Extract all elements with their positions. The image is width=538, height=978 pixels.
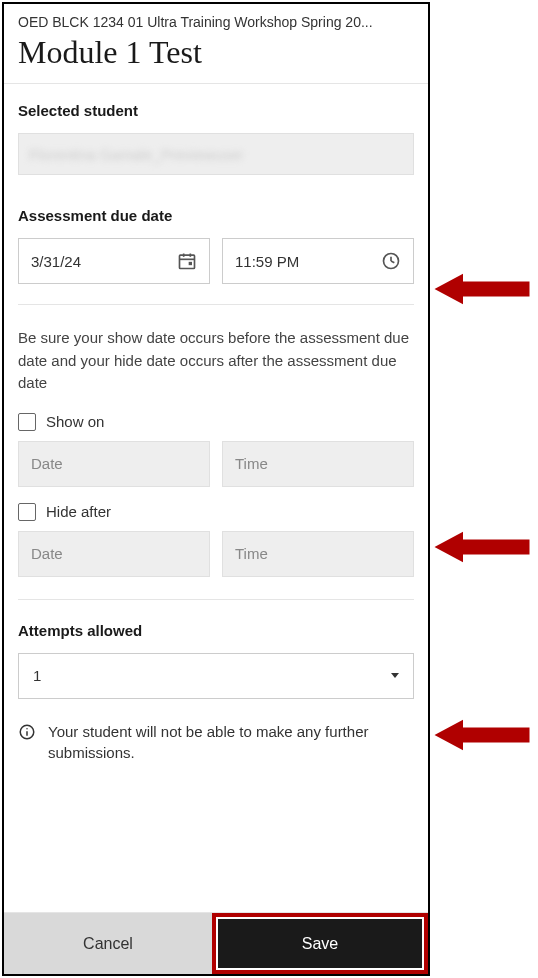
svg-point-10 xyxy=(26,727,28,729)
show-on-time-input[interactable]: Time xyxy=(222,441,414,487)
show-on-time-placeholder: Time xyxy=(235,455,268,472)
due-date-label: Assessment due date xyxy=(18,207,414,224)
save-button-highlight: Save xyxy=(212,913,428,974)
show-on-date-placeholder: Date xyxy=(31,455,63,472)
due-time-input[interactable]: 11:59 PM xyxy=(222,238,414,284)
page-title: Module 1 Test xyxy=(18,34,414,71)
hide-after-row: Hide after xyxy=(18,503,414,521)
divider xyxy=(18,304,414,305)
hide-after-checkbox[interactable] xyxy=(18,503,36,521)
hide-after-inputs: Date Time xyxy=(18,531,414,577)
svg-marker-11 xyxy=(435,274,530,304)
hide-after-date-input[interactable]: Date xyxy=(18,531,210,577)
hide-after-time-input[interactable]: Time xyxy=(222,531,414,577)
panel-body: Selected student Florentina Gamale_Previ… xyxy=(4,84,428,912)
panel-header: OED BLCK 1234 01 Ultra Training Workshop… xyxy=(4,4,428,84)
info-icon xyxy=(18,723,36,741)
due-time-value: 11:59 PM xyxy=(235,253,299,270)
selected-student-display: Florentina Gamale_Previewuser xyxy=(18,133,414,175)
show-on-checkbox[interactable] xyxy=(18,413,36,431)
svg-rect-4 xyxy=(189,262,192,265)
visibility-hint: Be sure your show date occurs before the… xyxy=(18,327,414,395)
hide-after-label: Hide after xyxy=(46,503,111,520)
attempts-select[interactable]: 1 xyxy=(18,653,414,699)
student-name: Florentina Gamale_Previewuser xyxy=(29,146,243,163)
show-on-inputs: Date Time xyxy=(18,441,414,487)
attempts-value: 1 xyxy=(33,667,41,684)
show-on-label: Show on xyxy=(46,413,104,430)
clock-icon xyxy=(381,251,401,271)
due-date-input[interactable]: 3/31/24 xyxy=(18,238,210,284)
exception-settings-panel: OED BLCK 1234 01 Ultra Training Workshop… xyxy=(2,2,430,976)
chevron-down-icon xyxy=(391,673,399,678)
due-date-row: 3/31/24 11:59 PM xyxy=(18,238,414,284)
selected-student-label: Selected student xyxy=(18,102,414,119)
attempts-label: Attempts allowed xyxy=(18,622,414,639)
show-on-date-input[interactable]: Date xyxy=(18,441,210,487)
hide-after-time-placeholder: Time xyxy=(235,545,268,562)
callout-arrow-icon xyxy=(434,270,530,308)
cancel-button[interactable]: Cancel xyxy=(4,913,212,974)
callout-arrow-icon xyxy=(434,716,530,754)
calendar-icon xyxy=(177,251,197,271)
callout-arrow-icon xyxy=(434,528,530,566)
divider xyxy=(18,599,414,600)
svg-line-7 xyxy=(391,261,394,263)
breadcrumb: OED BLCK 1234 01 Ultra Training Workshop… xyxy=(18,14,414,30)
panel-footer: Cancel Save xyxy=(4,912,428,974)
due-date-value: 3/31/24 xyxy=(31,253,81,270)
attempts-info-row: Your student will not be able to make an… xyxy=(18,721,414,765)
attempts-info-text: Your student will not be able to make an… xyxy=(48,721,414,765)
svg-rect-0 xyxy=(180,255,195,268)
hide-after-date-placeholder: Date xyxy=(31,545,63,562)
svg-marker-13 xyxy=(435,720,530,750)
save-button[interactable]: Save xyxy=(218,919,422,968)
svg-marker-12 xyxy=(435,532,530,562)
show-on-row: Show on xyxy=(18,413,414,431)
